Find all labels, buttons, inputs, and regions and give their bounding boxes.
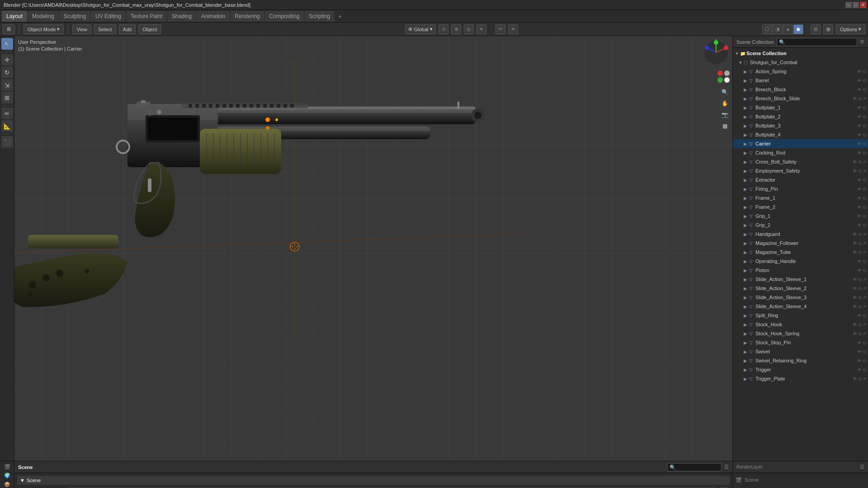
tab-scripting[interactable]: Scripting [304, 11, 335, 22]
tool-separator [2, 105, 12, 106]
solid-shading[interactable]: ◑ [773, 24, 783, 34]
tree-item-buttplate-4[interactable]: ▶ ▽ Buttplate_4 👁⊙ [733, 130, 868, 139]
tree-item-split-ring[interactable]: ▶ ▽ Split_Ring 👁⊙ [733, 311, 868, 320]
annotate-tool[interactable]: ✏ [1, 108, 13, 119]
minimize-button[interactable]: ─ [845, 2, 852, 8]
magnify-button[interactable]: 🔍 [720, 87, 730, 97]
transform-tool[interactable]: ⊞ [1, 92, 13, 103]
tree-item-buttplate-2[interactable]: ▶ ▽ Buttplate_2 👁⊙ [733, 112, 868, 121]
object-menu[interactable]: Object [138, 24, 161, 34]
tree-item-piston[interactable]: ▶ ▽ Piston 👁⊙ [733, 266, 868, 275]
add-menu[interactable]: Add [119, 24, 136, 34]
render-layer-options[interactable]: ☰ [860, 464, 864, 470]
xray-button[interactable]: ▣ [823, 24, 833, 34]
mode-select-button[interactable]: Object Mode ▾ [24, 24, 64, 34]
object-props-tab[interactable]: 📦 [2, 481, 12, 488]
options-button[interactable]: Options ▾ [836, 24, 865, 34]
tree-item-firing-pin[interactable]: ▶ ▽ Firing_Pin 👁⊙ [733, 184, 868, 193]
outliner-filter-button[interactable]: ⚙ [860, 39, 864, 45]
tree-item-carrier[interactable]: ▶ ▽ Carrier 👁⊙ [733, 139, 868, 148]
scene-props-tab[interactable]: 🎬 [2, 463, 12, 470]
world-props-tab[interactable]: 🌍 [2, 472, 12, 479]
properties-options-button[interactable]: ☰ [724, 464, 729, 470]
tab-modeling[interactable]: Modeling [28, 11, 59, 22]
viewport-label: User Perspective (1) Scene Collection | … [18, 39, 82, 53]
measure-tool[interactable]: 📐 [1, 120, 13, 132]
properties-search-input[interactable] [667, 463, 722, 471]
rendered-shading[interactable]: ◉ [793, 24, 803, 34]
tree-item-slide-action-sleeve-1[interactable]: ▶ ▽ Slide_Action_Sleeve_1 👁⊙↗ [733, 275, 868, 284]
tree-item-operating-handle[interactable]: ▶ ▽ Operating_Handle 👁⊙ [733, 257, 868, 266]
rotate-tool[interactable]: ↻ [1, 66, 13, 78]
tree-item-buttplate-1[interactable]: ▶ ▽ Buttplate_1 👁⊙ [733, 103, 868, 112]
tab-rendering[interactable]: Rendering [230, 11, 264, 22]
select-tool[interactable]: ↖ [1, 38, 13, 50]
tree-item-grip-1[interactable]: ▶ ▽ Grip_1 👁⊙ [733, 211, 868, 221]
tree-item-trigger-plate[interactable]: ▶ ▽ Trigger_Plate 👁⊙↗ [733, 374, 868, 383]
tree-item-frame-1[interactable]: ▶ ▽ Frame_1 👁⊙ [733, 193, 868, 202]
snap-options[interactable]: ▾ [476, 24, 486, 34]
scene-section-header[interactable]: ▼ Scene [17, 476, 730, 485]
tree-item-slide-action-sleeve-2[interactable]: ▶ ▽ Slide_Action_Sleeve_2 👁⊙↗ [733, 284, 868, 293]
tab-animation[interactable]: Animation [197, 11, 230, 22]
tree-item-cross-bolt-safety[interactable]: ▶ ▽ Cross_Bolt_Safety 👁⊙↗ [733, 157, 868, 166]
tree-item-stock-stop-pin[interactable]: ▶ ▽ Stock_Stop_Pin 👁⊙ [733, 338, 868, 347]
tree-item-stock-hook[interactable]: ▶ ▽ Stock_Hook 👁⊙↗ [733, 320, 868, 329]
viewport[interactable]: User Perspective (1) Scene Collection | … [14, 36, 732, 461]
wireframe-shading[interactable]: ⬡ [762, 24, 772, 34]
tab-texture-paint[interactable]: Texture Paint [126, 11, 167, 22]
tree-item-breech-block-slide[interactable]: ▶ ▽ Breech_Block_Slide 👁⊙↗ [733, 94, 868, 103]
collection-label: (1) Scene Collection | Carrier [18, 46, 82, 52]
editor-type-button[interactable]: ⊞ [3, 24, 15, 34]
overlay-button[interactable]: ⊞ [811, 24, 821, 34]
tab-shading[interactable]: Shading [167, 11, 196, 22]
tab-uv-editing[interactable]: UV Editing [91, 11, 126, 22]
snap-button[interactable]: ⊕ [451, 24, 461, 34]
close-button[interactable]: ✕ [860, 2, 866, 8]
tree-item-barrel[interactable]: ▶ ▽ Barrel 👁⊙ [733, 76, 868, 85]
move-tool[interactable]: ✛ [1, 54, 13, 66]
tree-item-breech-block[interactable]: ▶ ▽ Breech_Block 👁⊙ [733, 85, 868, 94]
pivot-point-button[interactable]: ⊙ [439, 24, 448, 34]
scene-icon[interactable]: 🎬 [735, 476, 743, 484]
tree-item-employment-safety[interactable]: ▶ ▽ Employment_Safety 👁⊙↗ [733, 166, 868, 175]
grease-pencil-button[interactable]: ✒ [508, 24, 518, 34]
scale-tool[interactable]: ⇲ [1, 79, 13, 91]
tree-item-slide-action-sleeve-4[interactable]: ▶ ▽ Slide_Action_Sleeve_4 👁⊙↗ [733, 302, 868, 311]
camera-button[interactable]: 📷 [720, 110, 730, 120]
tree-item-stock-hook-spring[interactable]: ▶ ▽ Stock_Hook_Spring 👁⊙↗ [733, 329, 868, 338]
select-menu[interactable]: Select [94, 24, 116, 34]
tree-item-slide-action-sleeve-3[interactable]: ▶ ▽ Slide_Action_Sleeve_3 👁⊙↗ [733, 293, 868, 302]
viewport-top-right: X Y Z [703, 39, 730, 131]
outliner-search-input[interactable] [777, 38, 857, 46]
tab-sculpting[interactable]: Sculpting [59, 11, 90, 22]
maximize-button[interactable]: □ [853, 2, 859, 8]
tree-item-frame-2[interactable]: ▶ ▽ Frame_2 👁⊙ [733, 202, 868, 211]
tab-compositing[interactable]: Compositing [265, 11, 304, 22]
svg-rect-44 [270, 104, 274, 108]
tree-item-action-spring[interactable]: ▶ ▽ Action_Spring 👁⊙ [733, 67, 868, 76]
tree-item-handguard[interactable]: ▶ ▽ Handguard 👁⊙↗ [733, 230, 868, 239]
hand-button[interactable]: ✋ [720, 99, 730, 108]
annotation-button[interactable]: ✏ [495, 24, 505, 34]
tree-item-swivel-retaining-ring[interactable]: ▶ ▽ Swivel_Retaining_Ring 👁⊙ [733, 356, 868, 365]
tab-layout[interactable]: Layout [2, 11, 27, 22]
tree-item-extractor[interactable]: ▶ ▽ Extractor 👁⊙ [733, 175, 868, 184]
render-region-button[interactable]: ▦ [720, 121, 730, 131]
tree-item-magazine-tube[interactable]: ▶ ▽ Magazine_Tube 👁⊙↗ [733, 248, 868, 257]
workspace-tabs: Layout Modeling Sculpting UV Editing Tex… [0, 10, 868, 23]
tree-item-trigger[interactable]: ▶ ▽ Trigger 👁⊙ [733, 365, 868, 374]
view-menu[interactable]: View [72, 24, 91, 34]
tree-item-buttplate-3[interactable]: ▶ ▽ Buttplate_3 👁⊙ [733, 121, 868, 130]
proportional-edit-button[interactable]: ◎ [464, 24, 474, 34]
tree-item-grip-2[interactable]: ▶ ▽ Grip_2 👁⊙ [733, 221, 868, 230]
shotgun-collection-item[interactable]: ▼ ⬡ Shotgun_for_Combat [733, 58, 868, 67]
tree-item-cocking-rod[interactable]: ▶ ▽ Cocking_Rod 👁⊙ [733, 148, 868, 157]
tree-item-magazine-follower[interactable]: ▶ ▽ Magazine_Follower 👁⊙↗ [733, 239, 868, 248]
transform-orientation[interactable]: ⊕ Global ▾ [405, 24, 436, 34]
scene-collection-item[interactable]: ▼ 📁 Scene Collection [733, 49, 868, 58]
add-cube-tool[interactable]: ⬛ [1, 136, 13, 148]
add-workspace-button[interactable]: + [335, 11, 345, 21]
tree-item-swivel[interactable]: ▶ ▽ Swivel 👁⊙ [733, 347, 868, 356]
material-preview-shading[interactable]: ● [783, 24, 793, 34]
